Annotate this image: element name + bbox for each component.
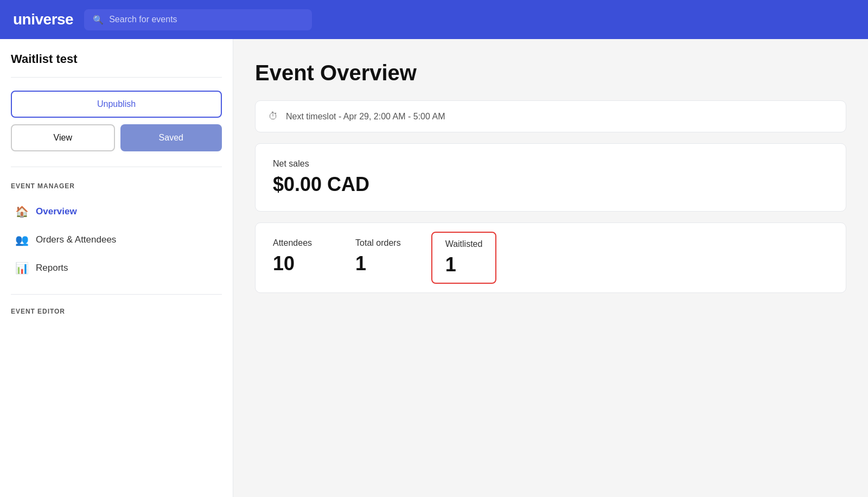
people-icon: 👥 (15, 233, 28, 246)
view-button[interactable]: View (11, 124, 115, 151)
view-save-row: View Saved (11, 124, 222, 151)
event-title: Waitlist test (11, 52, 222, 78)
logo: universe (13, 11, 73, 28)
timeslot-text: Next timeslot - Apr 29, 2:00 AM - 5:00 A… (286, 112, 445, 122)
total-orders-value: 1 (355, 252, 401, 275)
main-content: Event Overview ⏱ Next timeslot - Apr 29,… (233, 39, 868, 497)
unpublish-button[interactable]: Unpublish (11, 91, 222, 118)
search-icon: 🔍 (93, 15, 104, 25)
overview-label: Overview (36, 206, 77, 217)
sidebar: Waitlist test Unpublish View Saved EVENT… (0, 39, 233, 497)
page-title: Event Overview (255, 61, 846, 85)
attendees-value: 10 (273, 252, 312, 275)
attendees-label: Attendees (273, 238, 312, 248)
sidebar-item-reports[interactable]: 📊 Reports (11, 255, 222, 281)
net-sales-amount: $0.00 CAD (273, 173, 828, 196)
header: universe 🔍 Search for events (0, 0, 868, 39)
event-manager-label: EVENT MANAGER (11, 182, 222, 190)
total-orders-label: Total orders (355, 238, 401, 248)
net-sales-card: Net sales $0.00 CAD (255, 143, 846, 212)
timeslot-icon: ⏱ (269, 111, 278, 122)
sidebar-nav: 🏠 Overview 👥 Orders & Attendees 📊 Report… (11, 199, 222, 281)
waitlisted-stat: Waitlisted 1 (431, 232, 497, 284)
total-orders-stat: Total orders 1 (355, 238, 401, 275)
sidebar-item-overview[interactable]: 🏠 Overview (11, 199, 222, 225)
sidebar-item-orders-attendees[interactable]: 👥 Orders & Attendees (11, 227, 222, 253)
event-editor-section: EVENT EDITOR (11, 294, 222, 315)
waitlisted-value: 1 (445, 253, 483, 276)
home-icon: 🏠 (15, 205, 28, 218)
waitlisted-label: Waitlisted (445, 239, 483, 249)
app-layout: Waitlist test Unpublish View Saved EVENT… (0, 39, 868, 497)
search-bar[interactable]: 🔍 Search for events (84, 9, 312, 30)
action-buttons: Unpublish View Saved (11, 91, 222, 167)
chart-icon: 📊 (15, 262, 28, 275)
timeslot-card: ⏱ Next timeslot - Apr 29, 2:00 AM - 5:00… (255, 100, 846, 132)
search-placeholder: Search for events (109, 15, 177, 24)
stats-card: Attendees 10 Total orders 1 Waitlisted 1 (255, 222, 846, 293)
reports-label: Reports (36, 263, 68, 273)
saved-button[interactable]: Saved (120, 124, 222, 151)
net-sales-label: Net sales (273, 159, 828, 169)
orders-attendees-label: Orders & Attendees (36, 234, 116, 245)
event-editor-label: EVENT EDITOR (11, 308, 222, 315)
attendees-stat: Attendees 10 (273, 238, 312, 275)
